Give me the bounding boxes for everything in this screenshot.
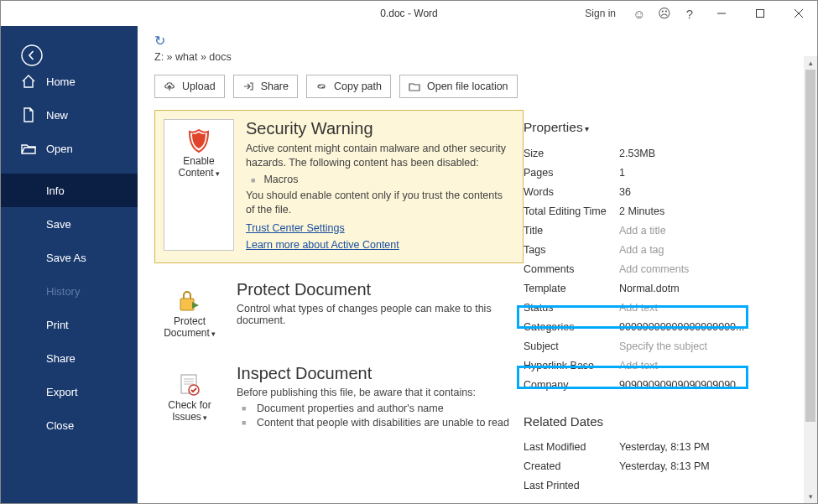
nav-close[interactable]: Close [1,408,138,442]
trust-center-link[interactable]: Trust Center Settings [246,222,345,234]
frown-icon[interactable]: ☹ [653,6,676,21]
protect-p1: Control what types of changes people can… [237,303,524,326]
prop-categories[interactable]: Categories90909090909090909090... [524,317,800,336]
security-p2: You should enable content only if you tr… [246,189,513,217]
breadcrumb-area: ↻ Z: » what » docs [138,26,817,70]
nav-share[interactable]: Share [1,341,138,375]
security-p1: Active content might contain malware and… [246,142,513,170]
share-label: Share [261,81,289,92]
vertical-scrollbar[interactable]: ▴ ▾ [804,56,817,503]
refresh-icon[interactable]: ↻ [154,33,165,49]
svg-rect-5 [180,299,194,310]
smile-icon[interactable]: ☺ [628,7,651,21]
open-location-button[interactable]: Open file location [399,75,518,98]
prop-title[interactable]: TitleAdd a title [524,221,800,240]
copy-path-button[interactable]: Copy path [306,75,391,98]
prop-template: TemplateNormal.dotm [524,278,800,298]
scroll-down-icon[interactable]: ▾ [804,490,817,503]
nav-print[interactable]: Print [1,308,138,341]
nav-print-label: Print [46,319,69,331]
security-heading: Security Warning [246,119,513,138]
check-issues-button[interactable]: Check for Issues▾ [154,364,225,431]
prop-last-modified: Last ModifiedYesterday, 8:13 PM [524,437,800,456]
inspect-section: Check for Issues▾ Inspect Document Befor… [154,364,524,431]
protect-heading: Protect Document [237,280,524,299]
security-warning-box: Enable Content▾ Security Warning Active … [154,110,524,263]
nav-home-label: Home [46,75,76,88]
maximize-button[interactable] [742,1,779,26]
nav-saveas[interactable]: Save As [1,241,138,274]
prop-subject[interactable]: SubjectSpecify the subject [524,336,800,356]
share-button[interactable]: Share [233,75,298,98]
nav-open-label: Open [46,143,73,155]
inspect-p1: Before publishing this file, be aware th… [237,387,509,398]
back-button[interactable] [1,26,138,65]
chevron-down-icon: ▾ [211,330,216,338]
protect-l1: Protect [174,315,206,327]
upload-button[interactable]: Upload [154,75,225,98]
nav-info[interactable]: Info [1,174,138,207]
inspect-li2: Content that people with disabilities ar… [242,416,509,431]
action-bar: Upload Share Copy path Open file locatio… [138,70,817,110]
properties-panel: Properties▾ Size2.53MB Pages1 Words36 To… [524,110,817,503]
shield-icon [168,127,230,155]
learn-more-link[interactable]: Learn more about Active Content [246,239,399,251]
nav-new[interactable]: New [1,98,138,132]
main-area: ↻ Z: » what » docs Upload Share Copy pat… [138,26,817,503]
svg-point-4 [22,45,42,65]
scroll-up-icon[interactable]: ▴ [804,56,817,70]
nav-open[interactable]: Open [1,132,138,165]
sign-in-link[interactable]: Sign in [585,8,616,19]
help-icon[interactable]: ? [678,7,701,21]
protect-l2: Document [164,327,210,339]
prop-hyperlink-base[interactable]: Hyperlink BaseAdd text [524,356,800,375]
prop-created: CreatedYesterday, 8:13 PM [524,456,800,475]
prop-last-printed: Last Printed [524,475,800,495]
nav-save-label: Save [46,218,71,231]
lock-icon [158,287,221,315]
prop-comments[interactable]: CommentsAdd comments [524,259,800,278]
prop-company[interactable]: Company90909090909090909090... [524,375,800,394]
open-location-label: Open file location [427,81,508,92]
nav-share-label: Share [46,352,76,365]
chevron-down-icon: ▾ [585,124,589,133]
security-li1: Macros [251,174,513,185]
upload-label: Upload [182,81,216,92]
nav-saveas-label: Save As [46,252,86,264]
enable-content-l2: Content [178,167,213,179]
prop-pages: Pages1 [524,163,800,182]
check-l1: Check for [168,399,211,411]
nav-history: History [1,274,138,308]
document-check-icon [158,371,221,399]
file-path: Z: » what » docs [154,51,232,63]
chevron-down-icon: ▾ [216,169,220,178]
properties-heading[interactable]: Properties▾ [524,120,800,135]
enable-content-button[interactable]: Enable Content▾ [164,119,234,251]
nav-export-label: Export [46,386,78,398]
minimize-button[interactable] [703,1,740,26]
prop-tags[interactable]: TagsAdd a tag [524,240,800,259]
nav-info-label: Info [46,184,65,197]
prop-status[interactable]: StatusAdd text [524,298,800,317]
protect-section: Protect Document▾ Protect Document Contr… [154,280,524,344]
nav-close-label: Close [46,419,74,432]
protect-document-button[interactable]: Protect Document▾ [154,280,225,344]
scrollbar-thumb[interactable] [805,70,815,422]
inspect-heading: Inspect Document [237,364,509,383]
nav-export[interactable]: Export [1,375,138,408]
nav-history-label: History [46,285,80,298]
copy-path-label: Copy path [334,81,382,92]
prop-editing-time: Total Editing Time2 Minutes [524,201,800,221]
backstage-sidebar: Home New Open Info Save Save As History … [1,26,138,503]
close-window-button[interactable] [780,1,817,26]
prop-words: Words36 [524,182,800,201]
chevron-down-icon: ▾ [203,413,207,422]
enable-content-l1: Enable [183,155,214,167]
related-dates-heading: Related Dates [524,414,800,429]
nav-save[interactable]: Save [1,207,138,241]
prop-size: Size2.53MB [524,143,800,163]
svg-rect-1 [757,10,764,18]
check-l2: Issues [172,411,201,423]
title-bar: 0.doc - Word Sign in ☺ ☹ ? [1,1,817,26]
nav-home[interactable]: Home [1,65,138,98]
